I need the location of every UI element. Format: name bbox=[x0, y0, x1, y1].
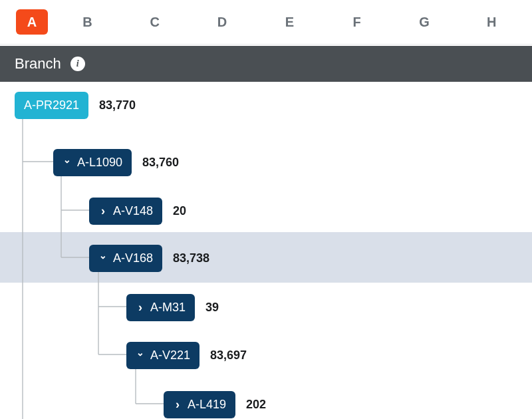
node-v221-label: A-V221 bbox=[150, 349, 190, 362]
node-v221-count: 83,697 bbox=[210, 349, 247, 362]
chevron-right-icon bbox=[136, 301, 145, 315]
node-root-count: 83,770 bbox=[99, 98, 136, 112]
chevron-down-icon bbox=[63, 157, 72, 168]
section-title: Branch bbox=[15, 55, 61, 72]
tab-a[interactable]: A bbox=[16, 9, 54, 35]
tab-f[interactable]: F bbox=[323, 15, 390, 30]
node-v148-label: A-V148 bbox=[113, 204, 153, 218]
letter-tabs: A B C D E F G H bbox=[0, 0, 532, 45]
chevron-down-icon bbox=[98, 253, 108, 263]
tab-h[interactable]: H bbox=[458, 15, 525, 30]
node-m31-count: 39 bbox=[205, 301, 219, 315]
node-root[interactable]: A-PR2921 bbox=[15, 92, 88, 119]
node-v148[interactable]: A-V148 bbox=[89, 198, 162, 225]
node-l419[interactable]: A-L419 bbox=[164, 391, 235, 418]
row-highlight bbox=[0, 232, 532, 283]
tab-b[interactable]: B bbox=[54, 15, 121, 30]
tab-d[interactable]: D bbox=[188, 15, 255, 30]
node-v168-label: A-V168 bbox=[113, 251, 153, 265]
node-v168-count: 83,738 bbox=[173, 251, 209, 265]
node-l1090-count: 83,760 bbox=[142, 156, 179, 170]
info-icon[interactable]: i bbox=[70, 57, 85, 71]
tab-a-label: A bbox=[16, 9, 48, 35]
chevron-down-icon bbox=[136, 350, 145, 360]
node-l419-label: A-L419 bbox=[188, 398, 226, 412]
node-v168[interactable]: A-V168 bbox=[89, 245, 162, 272]
node-v148-count: 20 bbox=[173, 204, 186, 218]
node-m31[interactable]: A-M31 bbox=[126, 294, 195, 321]
chevron-right-icon bbox=[98, 204, 108, 218]
chevron-right-icon bbox=[173, 398, 182, 412]
tab-c[interactable]: C bbox=[121, 15, 188, 30]
node-l1090[interactable]: A-L1090 bbox=[53, 149, 132, 176]
node-root-label: A-PR2921 bbox=[24, 98, 79, 112]
section-header: Branch i bbox=[0, 46, 532, 82]
tab-g[interactable]: G bbox=[390, 15, 458, 30]
tree: A-PR2921 83,770 A-L1090 83,760 A-V148 20 bbox=[0, 82, 532, 419]
tab-e[interactable]: E bbox=[256, 15, 323, 30]
node-m31-label: A-M31 bbox=[150, 301, 186, 315]
node-l1090-label: A-L1090 bbox=[77, 156, 122, 170]
node-v221[interactable]: A-V221 bbox=[126, 342, 200, 369]
node-l419-count: 202 bbox=[246, 398, 266, 412]
